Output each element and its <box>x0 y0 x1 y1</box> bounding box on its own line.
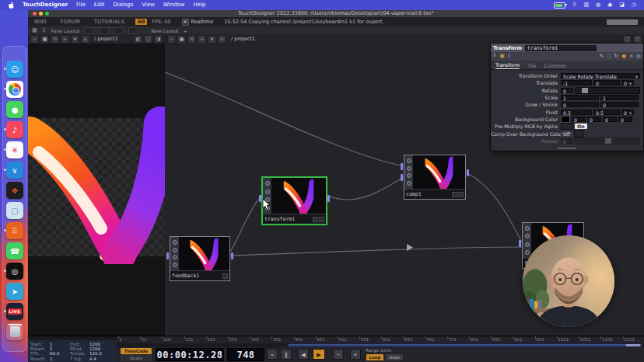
orange-grid-app-icon[interactable]: ⠿ <box>6 222 23 239</box>
frame-display[interactable]: 748 <box>227 348 264 361</box>
left-pane-btn-1[interactable]: ■ <box>40 35 49 44</box>
left-pane-btn-4[interactable]: ★ <box>71 35 79 44</box>
transform-order-menu[interactable]: Scale Rotate Translate▾ <box>561 73 640 78</box>
close-window-button[interactable] <box>33 12 37 16</box>
node-flag-button[interactable] <box>222 273 228 279</box>
node-flag-button[interactable] <box>452 192 457 197</box>
pause-button[interactable]: ‖ <box>281 349 292 360</box>
tab-common[interactable]: Common <box>544 63 565 69</box>
menu-item-touchdesigner[interactable]: TouchDesigner <box>23 0 68 10</box>
split-btn-2[interactable]: ◨ <box>154 35 163 44</box>
left-pane-btn-5[interactable]: ⌂ <box>81 35 89 44</box>
loop-button[interactable]: Loop <box>366 354 383 360</box>
node-flag-dot[interactable] <box>265 190 270 194</box>
input-connector[interactable] <box>519 240 521 247</box>
display-icon[interactable]: ▥ <box>583 0 589 10</box>
node-flag-dot[interactable] <box>525 242 530 247</box>
fps-label[interactable]: FPS: 50 <box>152 19 170 25</box>
operator-name-field[interactable]: transform1 <box>525 45 597 51</box>
tab-tile[interactable]: Tile <box>527 63 536 69</box>
play-reverse-button[interactable]: ◀ <box>298 349 309 360</box>
output-connector[interactable] <box>231 252 233 259</box>
scale-x-field[interactable]: 1 <box>561 95 599 100</box>
bg-a-field[interactable]: 0 <box>618 117 632 122</box>
background-color-swatch[interactable] <box>561 116 570 123</box>
corner-btn-0[interactable]: □ <box>623 35 632 44</box>
node-flag-dot[interactable] <box>265 181 270 186</box>
meet-icon[interactable]: ◍ <box>596 0 600 10</box>
link-tutorials[interactable]: TUTORIALS <box>94 19 124 25</box>
apple-menu-icon[interactable] <box>8 2 14 9</box>
info-value[interactable]: 1 <box>50 357 70 361</box>
comp-over-toggle[interactable] <box>574 131 583 137</box>
screen-record-icon[interactable]: ◉ <box>607 0 612 10</box>
rotate-field[interactable]: 0 <box>561 88 573 93</box>
info-icon[interactable]: i <box>509 52 510 61</box>
node-flag-dot[interactable] <box>173 248 177 252</box>
node-flag-button[interactable] <box>319 217 324 222</box>
network-pane-btn-5[interactable]: ⌂ <box>218 35 226 44</box>
pivot-unit-menu[interactable]: 0▾ <box>621 110 634 115</box>
node-thumbnail[interactable] <box>271 178 326 214</box>
node-flag-dot[interactable] <box>407 166 411 171</box>
timecode-display[interactable]: 00:00:12.28 <box>156 348 224 361</box>
telegram-icon[interactable]: ➤ <box>6 283 23 300</box>
node-flag-dot[interactable] <box>525 250 530 255</box>
node-comp1[interactable]: comp1 <box>404 155 466 200</box>
screen-mirror-icon[interactable]: ◪ <box>619 0 625 10</box>
network-pane-btn-1[interactable]: ■ <box>177 35 186 44</box>
perform-mode-button[interactable] <box>607 19 638 25</box>
realtime-toggle[interactable]: ✕ Realtime <box>182 19 214 26</box>
node-flag-dot[interactable] <box>407 158 411 163</box>
premultiply-on-chip[interactable]: On <box>575 124 587 129</box>
node-flag-dot[interactable] <box>407 173 411 178</box>
edit-icon[interactable]: ✎ <box>600 52 604 61</box>
options-icon[interactable]: ◎ <box>636 52 641 61</box>
premultiply-toggle[interactable] <box>561 123 573 130</box>
input-connector-1[interactable] <box>401 163 403 170</box>
finder-icon[interactable]: ☺ <box>6 61 23 78</box>
help-icon[interactable]: ? <box>493 52 495 61</box>
bg-g-field[interactable]: 0 <box>587 117 601 122</box>
step-back-button[interactable]: − <box>333 349 344 360</box>
node-flag-dot[interactable] <box>173 263 177 267</box>
play-forward-button[interactable]: ▶ <box>313 349 325 360</box>
split-btn-0[interactable]: ◧ <box>134 35 142 44</box>
once-button[interactable]: Once <box>386 354 403 360</box>
node-flags[interactable] <box>170 237 179 270</box>
layout-grid-icon[interactable]: ▦ <box>32 27 37 33</box>
jump-to-start-button[interactable]: « <box>267 349 278 360</box>
op-type-icon[interactable]: ▣ <box>499 52 504 61</box>
music-icon[interactable]: ♪ <box>6 121 23 138</box>
live-app-icon[interactable]: LIVE <box>6 303 23 320</box>
output-connector[interactable] <box>327 195 330 202</box>
translate-y-field[interactable]: 0 <box>593 80 620 85</box>
vscode-icon[interactable]: ∨ <box>6 162 23 179</box>
layout-save-icon[interactable]: ↧ <box>42 27 47 33</box>
left-pane-btn-3[interactable]: + <box>61 35 69 44</box>
slack-icon[interactable]: ✳ <box>6 141 23 158</box>
node-feedback1[interactable]: feedback1 <box>170 236 230 281</box>
tab-transform[interactable]: Transform <box>495 62 520 69</box>
parameter-dialog-titlebar[interactable]: Transform transform1 <box>491 44 643 52</box>
beats-mode-button[interactable]: Beats <box>121 355 152 361</box>
messages-icon[interactable]: ● <box>6 101 23 118</box>
node-flag-button[interactable] <box>313 217 318 222</box>
network-pane-path[interactable]: / project1 <box>231 36 255 42</box>
new-layout-add-button[interactable]: + <box>184 28 187 33</box>
input-connector[interactable] <box>259 195 261 202</box>
info-value[interactable]: 4 4 <box>89 357 110 361</box>
chrome-icon[interactable] <box>6 81 23 98</box>
split-btn-1[interactable]: □ <box>144 35 152 44</box>
translate-x-field[interactable]: -1 <box>561 80 592 85</box>
touchdesigner-icon[interactable]: ◎ <box>6 263 23 280</box>
viewer-pane[interactable] <box>28 44 166 336</box>
realtime-checkbox[interactable]: ✕ <box>182 19 189 26</box>
layout-preset-3[interactable] <box>114 27 124 34</box>
range-handle[interactable] <box>626 344 640 346</box>
battery-icon[interactable] <box>554 2 565 9</box>
grow-x-field[interactable]: 0 <box>561 102 599 107</box>
menu-item-dialogs[interactable]: Dialogs <box>113 0 133 10</box>
network-pane-btn-2[interactable]: ⟲ <box>187 35 196 44</box>
network-pane-btn-3[interactable]: + <box>198 35 206 44</box>
